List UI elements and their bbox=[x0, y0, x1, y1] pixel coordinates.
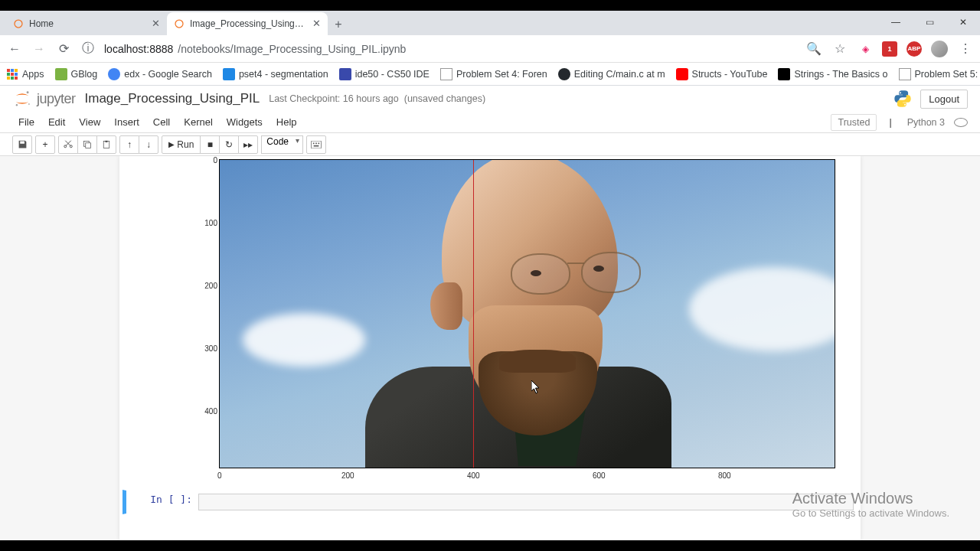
image-subject bbox=[396, 159, 648, 458]
menu-kernel[interactable]: Kernel bbox=[178, 114, 219, 130]
y-tick-label: 300 bbox=[199, 344, 217, 353]
move-up-button[interactable]: ↑ bbox=[119, 135, 139, 154]
menu-insert[interactable]: Insert bbox=[108, 114, 145, 130]
window-maximize-button[interactable]: ▭ bbox=[913, 11, 946, 34]
site-info-icon[interactable]: ⓘ bbox=[80, 41, 96, 57]
extension-icon[interactable]: ◈ bbox=[858, 41, 873, 57]
svg-rect-6 bbox=[11, 73, 14, 76]
python-logo-icon bbox=[893, 89, 913, 109]
bookmark-item[interactable]: Problem Set 4: Foren bbox=[440, 68, 547, 80]
profile-avatar[interactable] bbox=[931, 41, 948, 57]
cell-output: 0 100 200 300 400 0 200 400 600 800 bbox=[122, 159, 858, 484]
close-tab-icon[interactable]: ✕ bbox=[150, 18, 161, 29]
notebook-header: jupyter Image_Processing_Using_PIL Last … bbox=[0, 86, 980, 112]
menu-file[interactable]: File bbox=[12, 114, 41, 130]
browser-tab-notebook[interactable]: Image_Processing_Using_PIL ✕ bbox=[167, 12, 328, 35]
svg-point-15 bbox=[904, 104, 906, 106]
paste-icon bbox=[102, 140, 111, 149]
svg-rect-9 bbox=[11, 77, 14, 80]
bookmark-favicon-icon bbox=[223, 68, 235, 80]
svg-point-14 bbox=[900, 92, 901, 93]
bookmark-item[interactable]: Structs - YouTube bbox=[676, 68, 768, 80]
url-field[interactable]: localhost:8888/notebooks/Image_Processin… bbox=[104, 43, 798, 55]
menu-help[interactable]: Help bbox=[270, 114, 303, 130]
bookmark-item[interactable]: GBlog bbox=[55, 68, 98, 80]
browser-menu-icon[interactable]: ⋮ bbox=[957, 41, 974, 57]
bookmark-item[interactable]: Problem Set 5: Mispe bbox=[899, 68, 981, 80]
save-button[interactable] bbox=[12, 135, 32, 154]
cut-button[interactable] bbox=[58, 135, 78, 154]
interrupt-button[interactable]: ■ bbox=[200, 135, 220, 154]
browser-tab-home[interactable]: Home ✕ bbox=[6, 12, 167, 35]
close-tab-icon[interactable]: ✕ bbox=[311, 18, 322, 29]
svg-point-11 bbox=[27, 91, 29, 93]
svg-point-13 bbox=[28, 103, 30, 105]
tab-title: Home bbox=[29, 18, 145, 29]
jupyter-favicon-icon bbox=[173, 18, 185, 30]
svg-rect-20 bbox=[311, 141, 321, 148]
y-tick-label: 400 bbox=[199, 407, 217, 416]
bookmark-item[interactable]: edx - Google Search bbox=[108, 68, 212, 80]
restart-run-all-button[interactable]: ▸▸ bbox=[238, 135, 258, 154]
x-tick-label: 600 bbox=[593, 471, 606, 480]
run-button[interactable]: ▶ Run bbox=[162, 135, 201, 154]
svg-rect-2 bbox=[7, 69, 10, 72]
browser-address-bar: ← → ⟳ ⓘ localhost:8888/notebooks/Image_P… bbox=[0, 35, 980, 63]
trusted-badge[interactable]: Trusted bbox=[831, 114, 877, 131]
zoom-icon[interactable]: 🔍 bbox=[805, 41, 822, 57]
bookmark-item[interactable]: Strings - The Basics o bbox=[778, 68, 887, 80]
x-tick-label: 800 bbox=[718, 471, 731, 480]
svg-rect-19 bbox=[106, 140, 108, 142]
svg-point-12 bbox=[16, 104, 18, 106]
apps-button[interactable]: Apps bbox=[6, 68, 44, 80]
menu-widgets[interactable]: Widgets bbox=[220, 114, 269, 130]
new-tab-button[interactable]: + bbox=[328, 14, 349, 35]
bookmark-item[interactable]: ide50 - CS50 IDE bbox=[339, 68, 430, 80]
kernel-idle-icon bbox=[954, 118, 968, 127]
notebook-title[interactable]: Image_Processing_Using_PIL bbox=[85, 91, 260, 106]
svg-rect-17 bbox=[86, 142, 91, 148]
jupyter-favicon-icon bbox=[12, 18, 24, 30]
url-path: /notebooks/Image_Processing_Using_PIL.ip… bbox=[178, 43, 406, 55]
notebook-toolbar: + ↑ ↓ ▶ Run ■ ↻ ▸▸ Code bbox=[0, 133, 980, 156]
bookmark-item[interactable]: Editing C/main.c at m bbox=[558, 68, 665, 80]
kernel-status[interactable]: | Python 3 bbox=[883, 115, 968, 130]
code-cell[interactable]: In [ ]: bbox=[122, 490, 858, 514]
paste-button[interactable] bbox=[96, 135, 116, 154]
extension-icon[interactable]: 1 bbox=[882, 41, 897, 57]
add-cell-button[interactable]: + bbox=[35, 135, 55, 154]
logout-button[interactable]: Logout bbox=[920, 90, 968, 109]
reload-button[interactable]: ⟳ bbox=[55, 41, 72, 57]
svg-rect-24 bbox=[314, 145, 319, 146]
bookmark-star-icon[interactable]: ☆ bbox=[831, 41, 848, 57]
menu-edit[interactable]: Edit bbox=[42, 114, 71, 130]
window-close-button[interactable]: ✕ bbox=[946, 11, 980, 34]
back-button[interactable]: ← bbox=[6, 41, 23, 57]
jupyter-logo[interactable]: jupyter bbox=[12, 89, 76, 109]
bookmark-item[interactable]: pset4 - segmentation bbox=[223, 68, 328, 80]
menu-cell[interactable]: Cell bbox=[147, 114, 176, 130]
forward-button[interactable]: → bbox=[31, 41, 47, 57]
url-host: localhost:8888 bbox=[104, 43, 173, 55]
svg-rect-5 bbox=[7, 73, 10, 76]
cut-icon bbox=[64, 140, 73, 149]
move-down-button[interactable]: ↓ bbox=[139, 135, 158, 154]
menu-view[interactable]: View bbox=[73, 114, 106, 130]
svg-point-1 bbox=[175, 20, 183, 28]
browser-tab-strip: Home ✕ Image_Processing_Using_PIL ✕ + — … bbox=[0, 11, 980, 35]
code-input[interactable] bbox=[198, 494, 854, 510]
save-icon bbox=[18, 139, 28, 149]
restart-button[interactable]: ↻ bbox=[219, 135, 239, 154]
x-tick-label: 0 bbox=[217, 471, 222, 480]
x-tick-label: 200 bbox=[341, 471, 354, 480]
bookmark-favicon-icon bbox=[899, 68, 911, 80]
window-minimize-button[interactable]: — bbox=[879, 11, 913, 34]
svg-point-0 bbox=[15, 20, 22, 28]
cell-type-select[interactable]: Code bbox=[261, 135, 303, 154]
adblock-icon[interactable]: ABP bbox=[906, 41, 922, 57]
command-palette-button[interactable] bbox=[306, 135, 326, 154]
notebook-body[interactable]: 0 100 200 300 400 0 200 400 600 800 In [… bbox=[0, 156, 980, 540]
svg-rect-21 bbox=[313, 142, 315, 144]
copy-button[interactable] bbox=[77, 135, 97, 154]
svg-rect-4 bbox=[15, 69, 18, 72]
